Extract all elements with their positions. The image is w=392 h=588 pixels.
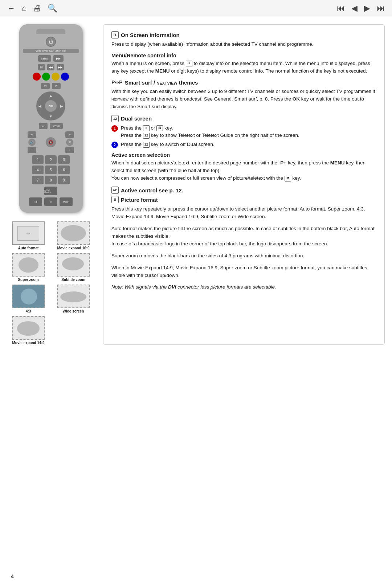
active-screen-section: Active screen selection When in dual scr…: [111, 152, 376, 182]
remote-bottom-row: ⊟ 0 P⇔P: [29, 197, 73, 206]
format-super-label: Super zoom: [18, 278, 38, 282]
picture-format-body2: Auto format makes the picture fill the s…: [111, 225, 376, 248]
remote-ff-btn[interactable]: ▶▶: [53, 55, 64, 62]
remote-num-8[interactable]: 8: [45, 176, 57, 184]
smart-surf-body: With this key you can easily switch betw…: [111, 88, 376, 111]
format-auto-thumb: ⇔: [12, 221, 45, 245]
remote-vol-control: + 🔊 −: [28, 131, 36, 153]
remote-menu-btn[interactable]: MENU: [50, 123, 63, 129]
remote-pp-btn[interactable]: P⇔P: [60, 197, 73, 206]
picture-format-body3: Super zoom removes the black bars on the…: [111, 252, 376, 260]
remote-dual-btn[interactable]: ⊟: [29, 197, 42, 206]
remote-green-btn[interactable]: [42, 73, 50, 81]
format-wide: Wide screen: [52, 285, 94, 313]
format-43-thumb: [12, 285, 45, 308]
format-169: Movie expand 16:9: [52, 221, 94, 250]
remote-subtitles-btn[interactable]: ⊡: [52, 83, 61, 89]
remote-yellow-btn[interactable]: [52, 73, 60, 81]
remote-ch-up[interactable]: +: [65, 131, 74, 138]
remote-num-5[interactable]: 5: [45, 166, 57, 174]
dual-screen-step2: 2 Press the 12 key to switch off Dual sc…: [111, 141, 376, 148]
remote-transport-row: ⊞ ◀◀ ▶▶: [23, 64, 79, 70]
remote-teletext-btn[interactable]: ⊟: [41, 83, 50, 89]
remote-vol-ch-row: + 🔊 − 🔇 + P −: [23, 131, 79, 153]
remote-num-2[interactable]: 2: [45, 155, 57, 164]
remote-num-1[interactable]: 1: [32, 155, 44, 164]
step2-indicator: 2: [111, 142, 118, 148]
remote-ch-down[interactable]: −: [65, 147, 74, 153]
format-149: Movie expand 14:9: [7, 316, 49, 345]
main-content: ⏻ VCRDVDSATAMPCD Select ▶▶ ⊞ ◀◀ ▶▶: [0, 17, 392, 352]
remote-ch-icon: P: [66, 139, 73, 146]
picture-format-body4: When in Movie Expand 14:9, Movie Expand …: [111, 264, 376, 279]
back-icon[interactable]: ←: [7, 4, 15, 13]
remote-color-buttons: [33, 73, 69, 81]
remote-num-0[interactable]: 0: [44, 197, 57, 206]
remote-vol-up[interactable]: +: [28, 131, 36, 138]
menu-key-label: MENU: [155, 68, 170, 74]
remote-skip-prev-btn[interactable]: ⏮: [39, 123, 48, 129]
remote-num-4[interactable]: 4: [32, 166, 44, 174]
remote-vol-down[interactable]: −: [28, 147, 36, 153]
info-key-icon: i+: [186, 61, 192, 66]
active-control-section: AC Active control see p. 12.: [111, 187, 376, 194]
print-icon[interactable]: 🖨: [33, 4, 41, 13]
remote-vol-icon: 🔊: [28, 139, 36, 146]
picture-format-icon: ⊞: [111, 196, 119, 203]
format-149-label: Movie expand 14:9: [12, 341, 45, 345]
remote-control: ⏻ VCRDVDSATAMPCD Select ▶▶ ⊞ ◀◀ ▶▶: [19, 24, 83, 213]
remote-num-3[interactable]: 3: [58, 155, 70, 164]
format-43-label: 4:3: [26, 309, 31, 313]
remote-top: [36, 29, 65, 34]
skip-fwd-icon[interactable]: ⏭: [377, 4, 385, 13]
format-43: 4:3: [7, 285, 49, 313]
prev-icon[interactable]: ◀: [351, 4, 358, 13]
remote-blue-btn[interactable]: [61, 73, 69, 81]
guide-key: ⊡: [156, 125, 163, 131]
remote-skip-menu-row: ⏮ MENU: [23, 123, 79, 129]
menu-remote-body: When a menu is on screen, press i+ to di…: [111, 60, 376, 75]
active-control-title: AC Active control see p. 12.: [111, 187, 376, 194]
smart-surf-section: P⇔P Smart surf / nextview themes With th…: [111, 79, 376, 111]
remote-power-btn[interactable]: ⏻: [46, 37, 56, 47]
active-control-icon: AC: [111, 187, 119, 194]
remote-source-btn[interactable]: ⊞: [38, 64, 45, 70]
toolbar: ← ⌂ 🖨 🔍 ⏮ ◀ ▶ ⏭: [0, 0, 392, 17]
on-screen-icon: i+: [111, 31, 119, 38]
dual12-key2: 12: [143, 142, 150, 148]
remote-bottom-special-row: Active Control: [44, 187, 57, 195]
home-icon[interactable]: ⌂: [22, 4, 26, 13]
remote-mute-btn[interactable]: 🔇: [46, 137, 56, 147]
skip-back-icon[interactable]: ⏮: [337, 4, 345, 13]
picture-format-note: Note: With signals via the DVI connector…: [111, 283, 376, 291]
remote-ok-btn[interactable]: OK: [45, 100, 57, 112]
dual-screen-steps: 1 Press the ≡ or ⊡ key. Press the 12 key…: [111, 124, 376, 149]
pp-icon: P⇔P: [111, 79, 123, 85]
remote-nav-ring: ▲ ▼ ◀ ▶ OK: [36, 91, 65, 121]
remote-red-btn[interactable]: [33, 73, 41, 81]
remote-number-grid: 1 2 3 4 5 6 7 8 9: [32, 155, 70, 184]
remote-num-7[interactable]: 7: [32, 176, 44, 184]
format-super: Super zoom: [7, 253, 49, 282]
active-screen-body: When in dual screen picture/teletext, en…: [111, 159, 376, 182]
format-169-label: Movie expand 16:9: [57, 246, 90, 250]
picture-format-title: ⊞ Picture format: [111, 196, 376, 203]
format-subtitle-thumb: [57, 253, 90, 277]
right-panel: i+ On Screen information Press to displa…: [103, 24, 385, 345]
remote-fwd-btn[interactable]: ▶▶: [57, 64, 64, 70]
format-169-thumb: [57, 221, 90, 245]
smart-surf-title: P⇔P Smart surf / nextview themes: [111, 79, 376, 86]
on-screen-body: Press to display (when available) inform…: [111, 41, 376, 48]
remote-num-6[interactable]: 6: [58, 166, 70, 174]
format-super-thumb: [12, 253, 45, 277]
picture-format-body1: Press this key repeatedly or press the c…: [111, 205, 376, 221]
next-icon[interactable]: ▶: [364, 4, 370, 13]
left-panel: ⏻ VCRDVDSATAMPCD Select ▶▶ ⊞ ◀◀ ▶▶: [7, 24, 94, 345]
search-icon[interactable]: 🔍: [48, 4, 57, 13]
remote-active-ctrl-btn[interactable]: Active Control: [44, 187, 57, 195]
remote-select-btn[interactable]: Select: [38, 55, 51, 62]
remote-rew-btn[interactable]: ◀◀: [47, 64, 54, 70]
remote-playback-row: Select ▶▶: [23, 55, 79, 62]
format-149-thumb: [12, 316, 45, 340]
remote-num-9[interactable]: 9: [58, 176, 70, 184]
